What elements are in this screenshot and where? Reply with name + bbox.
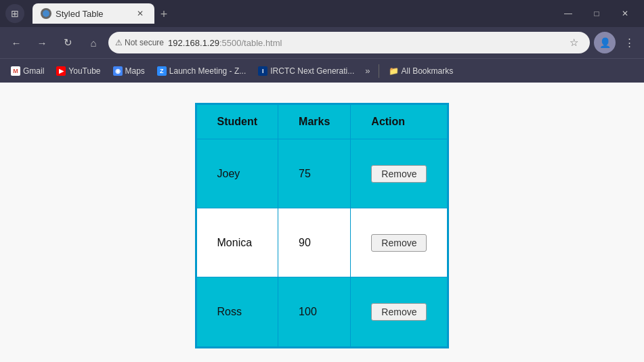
reload-button[interactable]: ↻: [57, 32, 79, 53]
tab-close-button[interactable]: ✕: [134, 7, 146, 20]
close-button[interactable]: ✕: [611, 4, 639, 23]
remove-button[interactable]: Remove: [371, 165, 427, 183]
page-content: Student Marks Action Joey75RemoveMonica9…: [0, 83, 644, 362]
cell-marks: 100: [278, 277, 351, 348]
bookmark-irctc-label: IRCTC Next Generati...: [270, 66, 354, 76]
youtube-favicon: ▶: [56, 66, 66, 76]
apps-grid-button[interactable]: ⊞: [5, 4, 24, 23]
active-tab[interactable]: Styled Table ✕: [33, 3, 154, 24]
col-header-action: Action: [351, 104, 448, 139]
bookmark-gmail-label: Gmail: [23, 66, 44, 76]
col-header-marks: Marks: [278, 104, 351, 139]
minimize-button[interactable]: —: [555, 4, 582, 23]
remove-button[interactable]: Remove: [371, 234, 427, 252]
title-bar-left: ⊞: [5, 4, 24, 23]
bookmarks-bar: M Gmail ▶ YouTube ◉ Maps Z Launch Meetin…: [0, 58, 644, 83]
forward-button[interactable]: →: [31, 32, 53, 53]
irctc-favicon: I: [258, 66, 267, 76]
address-bar[interactable]: ⚠ Not secure 192.168.1.29:5500/table.htm…: [108, 32, 590, 53]
table-row: Monica90Remove: [196, 208, 448, 277]
home-button[interactable]: ⌂: [83, 32, 104, 53]
table-row: Joey75Remove: [196, 139, 448, 208]
tab-bar: Styled Table ✕ +: [27, 3, 552, 24]
back-button[interactable]: ←: [5, 32, 27, 53]
url-domain: 192.168.1.29: [168, 38, 219, 48]
url-path: :5500/table.html: [219, 38, 282, 48]
security-label: Not secure: [125, 38, 164, 47]
bookmark-zoom[interactable]: Z Launch Meeting - Z...: [152, 64, 251, 78]
all-bookmarks[interactable]: 📁 All Bookmarks: [383, 64, 459, 78]
tab-favicon: [41, 8, 51, 19]
svg-point-0: [43, 10, 49, 17]
bookmarks-more-button[interactable]: »: [361, 63, 374, 78]
bookmark-star-button[interactable]: ☆: [564, 33, 583, 52]
toolbar: ← → ↻ ⌂ ⚠ Not secure 192.168.1.29:5500/t…: [0, 27, 644, 58]
cell-student: Ross: [196, 277, 278, 348]
cell-action: Remove: [351, 139, 448, 208]
cell-student: Monica: [196, 208, 278, 277]
url-text: 192.168.1.29:5500/table.html: [168, 38, 560, 48]
cell-marks: 75: [278, 139, 351, 208]
more-options-button[interactable]: ⋮: [620, 33, 639, 52]
bookmark-youtube[interactable]: ▶ YouTube: [51, 64, 106, 78]
new-tab-button[interactable]: +: [154, 5, 173, 24]
maximize-button[interactable]: □: [583, 4, 610, 23]
table-row: Ross100Remove: [196, 277, 448, 348]
col-header-student: Student: [196, 104, 278, 139]
security-badge: ⚠ Not secure: [115, 38, 164, 47]
cell-marks: 90: [278, 208, 351, 277]
cell-action: Remove: [351, 208, 448, 277]
browser-window: ⊞ Styled Table ✕ + — □ ✕ ← → ↻ ⌂ ⚠: [0, 0, 644, 362]
window-controls: — □ ✕: [555, 4, 639, 23]
students-table: Student Marks Action Joey75RemoveMonica9…: [195, 103, 450, 348]
bookmark-maps[interactable]: ◉ Maps: [108, 64, 150, 78]
security-icon: ⚠: [115, 38, 123, 47]
cell-student: Joey: [196, 139, 278, 208]
zoom-favicon: Z: [157, 66, 167, 76]
remove-button[interactable]: Remove: [371, 303, 427, 321]
cell-action: Remove: [351, 277, 448, 348]
maps-favicon: ◉: [113, 66, 123, 76]
bookmark-youtube-label: YouTube: [68, 66, 100, 76]
gmail-favicon: M: [11, 66, 20, 76]
bookmark-gmail[interactable]: M Gmail: [5, 64, 49, 78]
table-header-row: Student Marks Action: [196, 104, 448, 139]
title-bar: ⊞ Styled Table ✕ + — □ ✕: [0, 0, 644, 27]
bookmark-maps-label: Maps: [125, 66, 145, 76]
profile-button[interactable]: 👤: [594, 32, 616, 53]
bookmark-irctc[interactable]: I IRCTC Next Generati...: [253, 64, 360, 78]
folder-icon: 📁: [389, 66, 399, 76]
tab-title: Styled Table: [56, 9, 104, 19]
all-bookmarks-label: All Bookmarks: [402, 66, 454, 76]
bookmarks-separator: [379, 64, 379, 78]
bookmark-zoom-label: Launch Meeting - Z...: [169, 66, 246, 76]
